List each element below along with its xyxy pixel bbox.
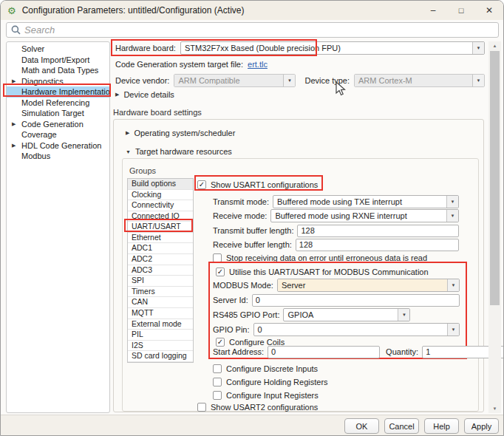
- device-vendor-combobox: ARM Compatible ▼: [174, 74, 296, 87]
- sidebar-tree: Solver Data Import/Export Math and Data …: [6, 41, 110, 413]
- ert-tlc-link[interactable]: ert.tlc: [248, 60, 268, 69]
- chevron-down-icon[interactable]: ▼: [446, 196, 458, 208]
- group-item-connectivity[interactable]: Connectivity: [128, 200, 193, 211]
- groups-heading: Groups: [129, 166, 156, 175]
- transmit-mode-combobox[interactable]: Buffered mode using TXE interrupt ▼: [273, 195, 459, 208]
- checkbox-unchecked-icon[interactable]: [213, 364, 222, 373]
- group-item-can[interactable]: CAN: [128, 297, 193, 308]
- group-item-build-options[interactable]: Build options: [128, 179, 193, 190]
- scrollbar-thumb[interactable]: [490, 51, 500, 305]
- server-id-input[interactable]: [252, 294, 460, 307]
- expand-arrow-icon[interactable]: ▶: [12, 140, 16, 151]
- target-hardware-resources-toggle[interactable]: ▼ Target hardware resources: [126, 147, 232, 156]
- show-usart1-checkbox-row[interactable]: ✓ Show USART1 configurations: [197, 180, 318, 190]
- chevron-down-icon[interactable]: ▼: [446, 210, 458, 222]
- sidebar-item-simulation-target[interactable]: Simulation Target: [7, 108, 109, 119]
- group-item-pil[interactable]: PIL: [128, 330, 193, 341]
- group-item-sd-card-logging[interactable]: SD card logging: [128, 351, 193, 362]
- rs485-gpio-port-combobox[interactable]: GPIOA ▼: [283, 308, 410, 321]
- dialog-footer: OK Cancel Help Apply: [1, 415, 503, 436]
- receive-mode-label: Receive mode:: [213, 211, 267, 220]
- receive-buffer-row: Receive buffer length:: [213, 238, 459, 251]
- close-button[interactable]: ✕: [475, 1, 503, 20]
- group-item-adc1[interactable]: ADC1: [128, 243, 193, 254]
- hardware-board-combobox[interactable]: STM32F7xx Based (Double precision FPU) ▼: [180, 41, 485, 55]
- sidebar-item-label: Data Import/Export: [21, 55, 89, 64]
- sidebar-item-solver[interactable]: Solver: [7, 44, 109, 55]
- sidebar-item-diagnostics[interactable]: ▶Diagnostics: [7, 76, 109, 87]
- sidebar-item-hdl-code-generation[interactable]: ▶HDL Code Generation: [7, 140, 109, 151]
- chevron-down-icon[interactable]: ▼: [447, 324, 459, 335]
- utilise-modbus-checkbox-row[interactable]: ✓ Utilise this UART/USART for MODBUS Com…: [216, 267, 429, 277]
- maximize-button[interactable]: □: [447, 1, 475, 20]
- server-id-row: Server Id:: [213, 293, 460, 307]
- minimize-button[interactable]: –: [419, 1, 447, 20]
- checkbox-unchecked-icon[interactable]: [213, 378, 222, 386]
- search-input[interactable]: [24, 24, 494, 35]
- configure-input-registers-checkbox-row[interactable]: Configure Input Registers: [213, 390, 319, 401]
- sidebar-item-data-import-export[interactable]: Data Import/Export: [7, 55, 109, 66]
- usart-settings-area: ✓ Show USART1 configurations Transmit mo…: [196, 178, 471, 412]
- chevron-down-icon[interactable]: ▼: [398, 309, 409, 321]
- collapsed-arrow-icon[interactable]: ▶: [115, 92, 119, 98]
- chevron-down-icon[interactable]: ▼: [472, 42, 484, 54]
- group-item-adc3[interactable]: ADC3: [128, 265, 193, 276]
- start-address-quantity-row: Start Address: Quantity:: [213, 345, 460, 358]
- configure-holding-registers-checkbox-row[interactable]: Configure Holding Registers: [213, 377, 328, 387]
- group-item-i2s[interactable]: I2S: [128, 341, 193, 352]
- configure-holding-registers-label: Configure Holding Registers: [226, 378, 328, 386]
- sidebar-item-math-and-data-types[interactable]: Math and Data Types: [7, 65, 109, 76]
- sidebar-item-model-referencing[interactable]: Model Referencing: [7, 98, 109, 109]
- expanded-arrow-icon[interactable]: ▼: [126, 149, 131, 154]
- apply-button[interactable]: Apply: [464, 418, 499, 434]
- group-item-adc2[interactable]: ADC2: [128, 254, 193, 265]
- group-item-connected-io[interactable]: Connected IO: [128, 211, 193, 222]
- sidebar-item-coverage[interactable]: Coverage: [7, 129, 109, 140]
- device-details-label: Device details: [123, 90, 174, 99]
- show-usart2-checkbox-row[interactable]: Show USART2 configurations: [197, 402, 318, 412]
- os-scheduler-toggle[interactable]: ▶ Operating system/scheduler: [126, 129, 235, 137]
- checkbox-unchecked-icon[interactable]: [197, 403, 206, 412]
- gpio-pin-combobox[interactable]: 0 ▼: [253, 323, 460, 336]
- help-button[interactable]: Help: [424, 418, 459, 434]
- groups-list: Build options Clocking Connectivity Conn…: [127, 178, 194, 363]
- chevron-down-icon[interactable]: ▼: [447, 279, 459, 291]
- chevron-down-icon: ▼: [283, 75, 295, 86]
- checkbox-checked-icon[interactable]: ✓: [197, 180, 206, 189]
- group-item-timers[interactable]: Timers: [128, 287, 193, 298]
- target-hardware-resources-label: Target hardware resources: [135, 147, 232, 156]
- expand-arrow-icon[interactable]: ▶: [12, 76, 16, 87]
- hardware-board-label: Hardware board:: [115, 44, 176, 52]
- receive-mode-value: Buffered mode using RXNE interrupt: [271, 210, 446, 222]
- group-item-spi[interactable]: SPI: [128, 276, 193, 287]
- vertical-scrollbar[interactable]: ▲ ▼: [488, 41, 501, 413]
- group-item-ethernet[interactable]: Ethernet: [128, 233, 193, 244]
- search-bar[interactable]: [6, 22, 499, 38]
- receive-buffer-input[interactable]: [296, 239, 459, 251]
- group-item-clocking[interactable]: Clocking: [128, 190, 193, 201]
- sidebar-item-hardware-implementation[interactable]: Hardware Implementation: [7, 86, 109, 98]
- rs485-gpio-port-label: RS485 GPIO Port:: [213, 310, 279, 319]
- checkbox-checked-icon[interactable]: ✓: [216, 268, 225, 276]
- start-address-input[interactable]: [268, 346, 380, 358]
- ok-button[interactable]: OK: [344, 418, 379, 434]
- configure-discrete-inputs-checkbox-row[interactable]: Configure Discrete Inputs: [213, 364, 318, 374]
- expand-arrow-icon[interactable]: ▶: [12, 119, 16, 130]
- device-details-toggle[interactable]: ▶ Device details: [115, 90, 174, 99]
- title-bar: ⚙ Configuration Parameters: untitled/Con…: [1, 1, 503, 20]
- sidebar-item-label: Modbus: [21, 151, 50, 160]
- sidebar-item-code-generation[interactable]: ▶Code Generation: [7, 119, 109, 130]
- transmit-buffer-input[interactable]: [297, 225, 459, 237]
- modbus-mode-combobox[interactable]: Server ▼: [277, 279, 460, 292]
- group-item-uart-usart[interactable]: UART/USART: [128, 222, 193, 233]
- receive-mode-combobox[interactable]: Buffered mode using RXNE interrupt ▼: [270, 209, 459, 222]
- checkbox-unchecked-icon[interactable]: [213, 391, 222, 400]
- group-item-mqtt[interactable]: MQTT: [128, 308, 193, 319]
- group-item-external-mode[interactable]: External mode: [128, 319, 193, 330]
- scroll-up-arrow-icon[interactable]: ▲: [488, 41, 501, 50]
- scroll-down-arrow-icon[interactable]: ▼: [488, 404, 501, 413]
- cancel-button[interactable]: Cancel: [384, 418, 419, 434]
- device-row: Device vendor: ARM Compatible ▼ Device t…: [115, 74, 485, 87]
- collapsed-arrow-icon[interactable]: ▶: [126, 130, 129, 136]
- sidebar-item-modbus[interactable]: Modbus: [7, 151, 109, 162]
